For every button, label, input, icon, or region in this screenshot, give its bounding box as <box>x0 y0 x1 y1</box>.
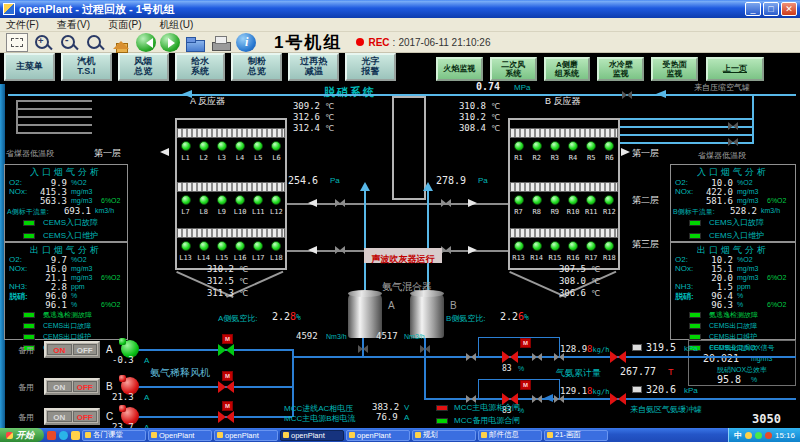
valve-icon[interactable] <box>532 353 542 361</box>
maximize-button[interactable]: □ <box>763 2 779 16</box>
catalyst-lamp: R16 <box>565 241 582 262</box>
nav-button[interactable]: 汽机T.S.I <box>61 53 112 81</box>
nav-button[interactable]: 光字报警 <box>345 53 396 81</box>
home-icon[interactable] <box>110 33 132 52</box>
air-pressure-unit: MPa <box>514 83 530 92</box>
valve-icon[interactable] <box>358 345 368 353</box>
tray-icon[interactable] <box>745 432 752 439</box>
nav-button[interactable]: 水冷壁监视 <box>597 57 644 81</box>
taskbar-button[interactable]: openPlant <box>214 430 278 441</box>
taskbar-button[interactable]: OpenPlant <box>148 430 212 441</box>
led-icon <box>689 220 701 226</box>
previous-page-button[interactable]: 上一页 <box>706 57 764 81</box>
taskbar-button[interactable]: 21-画面 <box>544 430 608 441</box>
catalyst-lamp: L15 <box>213 241 230 262</box>
fan-onoff-switch[interactable]: ONOFF <box>44 378 100 395</box>
tray-icon[interactable] <box>755 432 762 439</box>
quick-launch-icon[interactable] <box>71 431 80 440</box>
control-valve-icon[interactable] <box>502 351 518 363</box>
shutoff-valve-icon[interactable] <box>610 351 626 363</box>
zoom-in-icon[interactable] <box>32 33 54 52</box>
quick-launch-icon[interactable] <box>47 431 56 440</box>
flow-arrow-icon <box>468 199 481 207</box>
nav-button[interactable]: 受热面监视 <box>651 57 698 81</box>
status-lamp-icon <box>235 141 245 151</box>
fan-valve-icon[interactable] <box>218 344 234 356</box>
status-lamp-icon <box>514 241 524 251</box>
status-lamp-icon <box>568 195 578 205</box>
nav-button[interactable]: 二次风系统 <box>490 57 537 81</box>
close-button[interactable]: ✕ <box>781 2 797 16</box>
nav-button[interactable]: 火焰监视 <box>436 57 483 81</box>
fan-current-unit: A <box>144 356 149 365</box>
lamp-row: R7R8R9R10R11R12 <box>510 195 618 216</box>
tray-icon[interactable] <box>765 432 772 439</box>
catalyst-layer <box>177 182 285 192</box>
status-lamp-icon <box>217 195 227 205</box>
nav-button[interactable]: 给水系统 <box>175 53 226 81</box>
mcc-voltage-value: 383.2 <box>372 402 399 412</box>
valve-icon[interactable] <box>420 345 430 353</box>
flow-arrow-icon <box>468 246 481 254</box>
status-lamp-icon <box>532 195 542 205</box>
status-lamp-icon <box>532 141 542 151</box>
fan-onoff-switch[interactable]: ONOFF <box>44 341 100 358</box>
nav-button[interactable]: 主菜单 <box>4 53 55 81</box>
reactor-a-label: A 反应器 <box>190 95 225 108</box>
back-icon[interactable] <box>136 33 156 52</box>
system-tray: 中 15:16 <box>728 428 800 442</box>
catalyst-lamp: L6 <box>268 141 285 162</box>
window-icon <box>217 432 223 438</box>
layer-label: 第一层 <box>94 147 121 160</box>
menu-item[interactable]: 页面(P) <box>108 18 141 32</box>
taskbar-button[interactable]: 邮件信息 <box>478 430 542 441</box>
mixer-tank-b <box>410 293 444 338</box>
fan-onoff-switch[interactable]: ONOFF <box>44 408 100 425</box>
language-indicator[interactable]: 中 <box>734 430 742 441</box>
catalyst-lamp: L14 <box>195 241 212 262</box>
quick-launch-icon[interactable] <box>59 431 68 440</box>
cems-led-row: CEMS出口故障 <box>689 321 758 331</box>
taskbar-button[interactable]: 规划 <box>412 430 476 441</box>
cems-led-row: 氨逃逸检测故障 <box>689 310 758 320</box>
status-lamp-icon <box>217 241 227 251</box>
nav-button[interactable]: 风烟总览 <box>118 53 169 81</box>
minimize-button[interactable]: _ <box>745 2 761 16</box>
menu-item[interactable]: 文件(F) <box>6 18 39 32</box>
catalyst-lamp: R3 <box>546 141 563 162</box>
menu-item[interactable]: 查看(V) <box>57 18 90 32</box>
zoom-icon[interactable] <box>84 33 106 52</box>
zoom-out-icon[interactable] <box>58 33 80 52</box>
valve-icon[interactable] <box>554 395 564 403</box>
taskbar-button[interactable]: 各门课堂 <box>82 430 146 441</box>
nav-button[interactable]: A侧磨组系统 <box>544 57 591 81</box>
catalyst-lamp: R2 <box>528 141 545 162</box>
catalyst-lamp: R13 <box>510 241 527 262</box>
valve-icon[interactable] <box>554 353 564 361</box>
status-lamp-icon <box>604 241 614 251</box>
valve-icon[interactable] <box>466 353 476 361</box>
print-icon[interactable] <box>210 33 232 52</box>
menu-bar: 文件(F)查看(V)页面(P)机组(U) <box>0 18 800 32</box>
taskbar-button[interactable]: openPlant <box>280 430 344 441</box>
menu-item[interactable]: 机组(U) <box>159 18 193 32</box>
led-icon <box>23 323 35 329</box>
fan-pipe <box>138 349 292 351</box>
ammonia-pressure-unit: kPa <box>684 344 698 353</box>
catalyst-lamp: R15 <box>546 241 563 262</box>
forward-icon[interactable] <box>160 33 180 52</box>
catalyst-layer <box>510 182 618 192</box>
nav-button[interactable]: 过再热减温 <box>288 53 339 81</box>
start-button[interactable]: 开始 <box>0 428 44 442</box>
shutoff-valve-icon[interactable] <box>610 393 626 405</box>
info-icon[interactable] <box>236 33 256 52</box>
dilution-fan-group: 备用 ONOFF A M -0.3 A 备用 ONOFF B <box>10 338 310 430</box>
title-bar[interactable]: openPlant - 过程回放 - 1号机组 _ □ ✕ <box>0 0 800 18</box>
open-folder-icon[interactable] <box>184 33 206 52</box>
taskbar-button[interactable]: openPlant <box>346 430 410 441</box>
fan-valve-icon[interactable] <box>218 411 234 423</box>
select-tool-icon[interactable] <box>6 33 28 52</box>
nav-button[interactable]: 制粉总览 <box>231 53 282 81</box>
fan-valve-icon[interactable] <box>218 381 234 393</box>
cems-led-row: CEMS入口维护 <box>689 230 764 241</box>
